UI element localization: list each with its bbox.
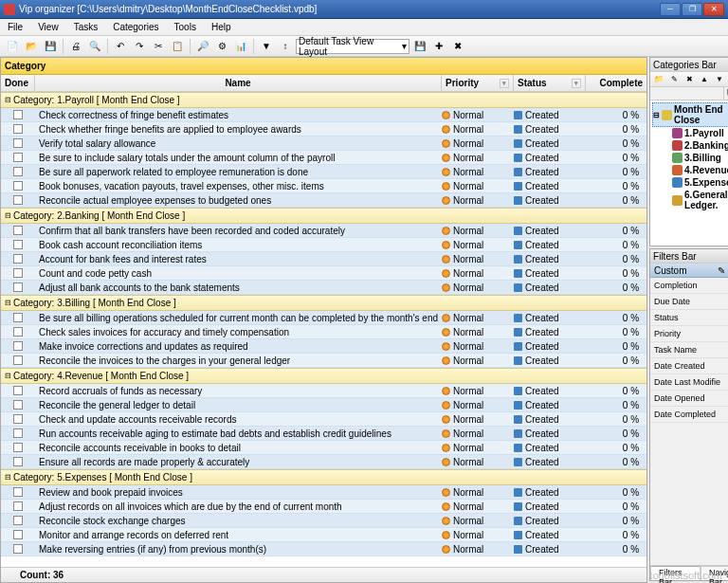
task-row[interactable]: Check correctness of fringe benefit esti… (1, 108, 646, 122)
task-row[interactable]: Reconcile actual employee expenses to bu… (1, 193, 646, 208)
done-checkbox[interactable] (13, 400, 23, 410)
save-icon[interactable]: 💾 (42, 38, 59, 55)
tree-item[interactable]: 3.Billing44 (652, 152, 728, 164)
tree-item[interactable]: 2.Banking55 (652, 139, 728, 152)
cat-down-icon[interactable]: ▼ (713, 73, 726, 86)
cat-new-icon[interactable]: 📁 (652, 73, 665, 86)
filter-row[interactable]: Date Completed (650, 407, 728, 423)
expand-icon[interactable]: ⊟ (653, 111, 662, 119)
done-checkbox[interactable] (13, 195, 23, 205)
task-row[interactable]: Be sure all billing operations scheduled… (1, 311, 646, 325)
done-checkbox[interactable] (13, 443, 23, 452)
close-button[interactable]: ✕ (703, 3, 724, 16)
filter-row[interactable]: Due Date (650, 294, 728, 310)
task-row[interactable]: Check and update accounts receivable rec… (1, 412, 646, 427)
cat-del-icon[interactable]: ✖ (682, 73, 696, 86)
done-checkbox[interactable] (13, 226, 23, 235)
chevron-down-icon[interactable]: ▾ (500, 79, 509, 88)
col-priority[interactable]: Priority▾ (442, 75, 514, 91)
done-checkbox[interactable] (13, 530, 23, 539)
collapse-icon[interactable]: ⊟ (5, 372, 11, 380)
done-checkbox[interactable] (13, 110, 23, 119)
task-row[interactable]: Check whether fringe benefits are applie… (1, 122, 646, 137)
menu-tasks[interactable]: Tasks (70, 20, 102, 34)
filter-row[interactable]: Date Last Modifie (650, 374, 728, 391)
undo-icon[interactable]: ↶ (112, 38, 129, 55)
collapse-icon[interactable]: ⊟ (5, 299, 11, 307)
menu-tools[interactable]: Tools (171, 20, 200, 34)
done-checkbox[interactable] (13, 240, 23, 249)
sort-icon[interactable]: ↕ (277, 38, 294, 55)
category-group-bar[interactable]: Category (1, 58, 646, 75)
print-icon[interactable]: 🖨 (67, 38, 84, 55)
new-icon[interactable]: 📄 (4, 38, 21, 55)
filter-tool-icon[interactable]: ✎ (718, 265, 725, 276)
preview-icon[interactable]: 🔍 (86, 38, 103, 55)
done-checkbox[interactable] (13, 138, 23, 148)
task-row[interactable]: Book bonuses, vacation payouts, travel e… (1, 179, 646, 193)
done-checkbox[interactable] (13, 341, 23, 351)
done-checkbox[interactable] (13, 313, 23, 322)
task-row[interactable]: Reconcile stock exchange chargesNormalCr… (1, 514, 646, 528)
tree-item[interactable]: 5.Expenses66 (652, 176, 728, 189)
chevron-down-icon[interactable]: ▾ (572, 79, 581, 88)
task-row[interactable]: Reconcile the invoices to the charges in… (1, 354, 646, 368)
task-row[interactable]: Account for bank fees and interest rates… (1, 252, 646, 266)
done-checkbox[interactable] (13, 386, 23, 395)
task-row[interactable]: Record accruals of funds as necessaryNor… (1, 384, 646, 398)
col-status[interactable]: Status▾ (514, 75, 586, 91)
task-row[interactable]: Make reversing entries (if any) from pre… (1, 542, 646, 556)
tree-root[interactable]: ⊟Month End Close3636 (652, 102, 728, 127)
layout-del-icon[interactable]: ✖ (449, 38, 466, 55)
done-checkbox[interactable] (13, 355, 23, 365)
tool-icon[interactable]: ⚙ (213, 38, 230, 55)
open-icon[interactable]: 📂 (23, 38, 40, 55)
filter-row[interactable]: Priority (650, 326, 728, 342)
task-row[interactable]: Adjust all bank accounts to the bank sta… (1, 281, 646, 295)
filter-row[interactable]: Status (650, 310, 728, 326)
task-row[interactable]: Book cash account reconciliation itemsNo… (1, 238, 646, 252)
group-row[interactable]: ⊟Category: 1.Payroll [ Month End Close ] (1, 92, 646, 108)
task-row[interactable]: Reconcile accounts receivable in books t… (1, 441, 646, 455)
filter-row[interactable]: Date Opened (650, 391, 728, 407)
filter-row[interactable]: Date Created (650, 358, 728, 374)
menu-help[interactable]: Help (208, 20, 235, 34)
done-checkbox[interactable] (13, 428, 23, 438)
task-row[interactable]: Make invoice corrections and updates as … (1, 339, 646, 354)
tree-item[interactable]: 6.General Ledger.88 (652, 189, 728, 211)
tree-item[interactable]: 1.Payroll77 (652, 127, 728, 139)
done-checkbox[interactable] (13, 153, 23, 162)
done-checkbox[interactable] (13, 501, 23, 511)
col-name[interactable]: Name (35, 75, 442, 91)
task-row[interactable]: Adjust records on all invoices which are… (1, 500, 646, 514)
done-checkbox[interactable] (13, 457, 23, 466)
task-row[interactable]: Reconcile the general ledger to detailNo… (1, 398, 646, 412)
tool2-icon[interactable]: 📊 (232, 38, 249, 55)
done-checkbox[interactable] (13, 254, 23, 264)
group-row[interactable]: ⊟Category: 2.Banking [ Month End Close ] (1, 208, 646, 224)
task-row[interactable]: Confirm that all bank transfers have bee… (1, 224, 646, 238)
filter-custom-label[interactable]: Custom (654, 265, 686, 276)
done-checkbox[interactable] (13, 167, 23, 176)
done-checkbox[interactable] (13, 282, 23, 292)
layout-save-icon[interactable]: 💾 (411, 38, 428, 55)
layout-combo[interactable]: Default Task View Layout ▾ (296, 39, 410, 54)
task-row[interactable]: Be sure all paperwork related to employe… (1, 165, 646, 179)
task-row[interactable]: Be sure to include salary totals under t… (1, 151, 646, 165)
task-row[interactable]: Run accounts receivable aging to estimat… (1, 427, 646, 441)
done-checkbox[interactable] (13, 414, 23, 424)
group-row[interactable]: ⊟Category: 4.Revenue [ Month End Close ] (1, 368, 646, 384)
copy-icon[interactable]: 📋 (169, 38, 186, 55)
done-checkbox[interactable] (13, 487, 23, 497)
redo-icon[interactable]: ↷ (131, 38, 148, 55)
done-checkbox[interactable] (13, 516, 23, 525)
task-row[interactable]: Monitor and arrange records on deferred … (1, 528, 646, 542)
done-checkbox[interactable] (13, 327, 23, 337)
group-row[interactable]: ⊟Category: 5.Expenses [ Month End Close … (1, 469, 646, 485)
group-row[interactable]: ⊟Category: 3.Billing [ Month End Close ] (1, 295, 646, 311)
task-row[interactable]: Ensure all records are made properly & a… (1, 455, 646, 469)
menu-file[interactable]: File (4, 20, 27, 34)
cat-edit-icon[interactable]: ✎ (667, 73, 681, 86)
filter-icon[interactable]: ▼ (258, 38, 275, 55)
minimize-button[interactable]: ─ (660, 3, 681, 16)
